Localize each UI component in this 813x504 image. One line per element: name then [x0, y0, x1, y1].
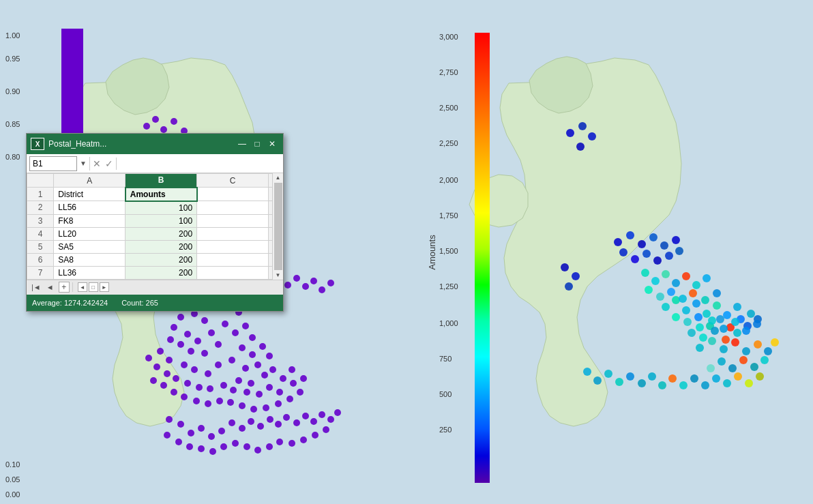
cell-a5[interactable]: SA5 [54, 240, 125, 253]
svg-point-217 [742, 347, 750, 355]
scroll-up-arrow[interactable]: ▲ [274, 173, 282, 182]
svg-point-228 [708, 316, 716, 325]
cell-a3[interactable]: FK8 [54, 214, 125, 227]
svg-point-198 [648, 372, 656, 381]
cell-reference-box[interactable]: B1 [29, 156, 77, 171]
svg-point-67 [193, 398, 200, 404]
col-header-a[interactable]: A [54, 174, 125, 188]
main-container: Records 1.00 0.95 0.90 0.85 0.80 0.10 0.… [0, 0, 813, 504]
svg-point-44 [266, 384, 273, 391]
cell-c2[interactable] [197, 201, 269, 215]
cell-c3[interactable] [197, 214, 269, 227]
row-num-1: 1 [27, 188, 54, 201]
svg-point-176 [679, 295, 687, 303]
svg-point-74 [160, 126, 167, 133]
svg-point-21 [188, 348, 194, 355]
svg-point-55 [145, 355, 152, 361]
svg-point-231 [742, 327, 750, 335]
svg-point-71 [150, 377, 157, 384]
excel-maximize-btn[interactable]: □ [250, 138, 264, 150]
excel-close-btn[interactable]: ✕ [265, 138, 279, 150]
svg-point-227 [696, 323, 704, 331]
excel-spreadsheet: A B C 1 District Amounts [27, 173, 283, 280]
scroll-down-arrow[interactable]: ▼ [274, 271, 282, 280]
vertical-scrollbar[interactable]: ▲ ▼ [272, 173, 283, 280]
svg-point-72 [143, 123, 150, 130]
svg-point-202 [690, 374, 698, 383]
tab-add-button[interactable]: + [59, 282, 70, 293]
svg-point-28 [254, 361, 261, 368]
excel-count: Count: 265 [121, 299, 158, 307]
svg-point-178 [701, 296, 709, 304]
svg-point-182 [638, 240, 646, 248]
svg-point-65 [216, 398, 223, 404]
svg-point-117 [334, 409, 341, 416]
cell-a1[interactable]: District [54, 188, 125, 201]
cell-b7[interactable]: 200 [125, 266, 197, 279]
svg-point-141 [327, 280, 334, 286]
svg-point-18 [249, 334, 256, 341]
cell-c5[interactable] [197, 240, 269, 253]
svg-point-234 [572, 272, 580, 280]
tab-scroll-none[interactable]: □ [89, 282, 98, 292]
svg-point-197 [638, 379, 646, 387]
svg-point-54 [153, 364, 160, 370]
right-map-dots [406, 0, 813, 504]
cell-b2[interactable]: 100 [125, 201, 197, 215]
svg-point-229 [720, 325, 728, 333]
scroll-thumb[interactable] [274, 183, 282, 270]
cell-ref-dropdown[interactable]: ▼ [80, 160, 87, 167]
tab-prev[interactable]: ◄ [44, 283, 56, 291]
svg-point-215 [720, 345, 728, 353]
cell-a6[interactable]: SA8 [54, 253, 125, 266]
cell-c6[interactable] [197, 253, 269, 266]
svg-point-64 [227, 399, 234, 406]
svg-point-31 [215, 361, 222, 368]
tab-prev-first[interactable]: |◄ [29, 283, 43, 291]
tab-scroll-right[interactable]: ► [100, 282, 109, 292]
svg-point-137 [293, 275, 300, 282]
svg-point-69 [171, 389, 177, 396]
excel-status-bar: Average: 1274.242424 Count: 265 [27, 295, 283, 311]
svg-point-122 [276, 439, 283, 445]
tab-navigation: |◄ ◄ [29, 283, 56, 291]
formula-confirm-icon[interactable]: ✓ [105, 158, 113, 169]
cell-b3[interactable]: 100 [125, 214, 197, 227]
svg-point-189 [653, 256, 662, 265]
cell-b1[interactable]: Amounts [125, 188, 197, 201]
excel-titlebar: X Postal_Heatm... — □ ✕ [27, 134, 283, 154]
cell-c7[interactable] [197, 266, 269, 279]
svg-point-101 [188, 430, 194, 436]
svg-point-177 [689, 289, 697, 297]
svg-point-212 [576, 143, 585, 151]
svg-point-66 [205, 400, 211, 407]
svg-point-196 [626, 372, 634, 381]
svg-point-232 [753, 320, 761, 328]
svg-point-6 [201, 317, 208, 324]
svg-point-61 [263, 404, 269, 411]
cell-c4[interactable] [197, 227, 269, 240]
excel-app-icon: X [31, 138, 44, 150]
cell-b6[interactable]: 200 [125, 253, 197, 266]
svg-point-26 [259, 343, 266, 350]
tab-separator [72, 282, 73, 292]
tab-next-icons: ◄ □ ► [76, 282, 111, 292]
cell-a7[interactable]: LL36 [54, 266, 125, 279]
cell-c1[interactable] [197, 188, 269, 201]
cell-b4[interactable]: 200 [125, 227, 197, 240]
svg-point-73 [152, 116, 159, 123]
col-header-c[interactable]: C [197, 174, 269, 188]
excel-minimize-btn[interactable]: — [235, 138, 249, 150]
svg-point-132 [164, 432, 171, 439]
cell-a4[interactable]: LL20 [54, 227, 125, 240]
svg-point-130 [186, 443, 193, 450]
formula-cancel-icon[interactable]: ✕ [93, 158, 101, 169]
cell-b5[interactable]: 200 [125, 240, 197, 253]
cell-a2[interactable]: LL56 [54, 201, 125, 215]
col-header-b[interactable]: B [125, 174, 197, 188]
svg-point-140 [319, 286, 325, 293]
svg-point-216 [731, 338, 739, 346]
svg-point-42 [289, 366, 295, 373]
svg-point-105 [228, 419, 235, 426]
tab-scroll-left[interactable]: ◄ [78, 282, 87, 292]
